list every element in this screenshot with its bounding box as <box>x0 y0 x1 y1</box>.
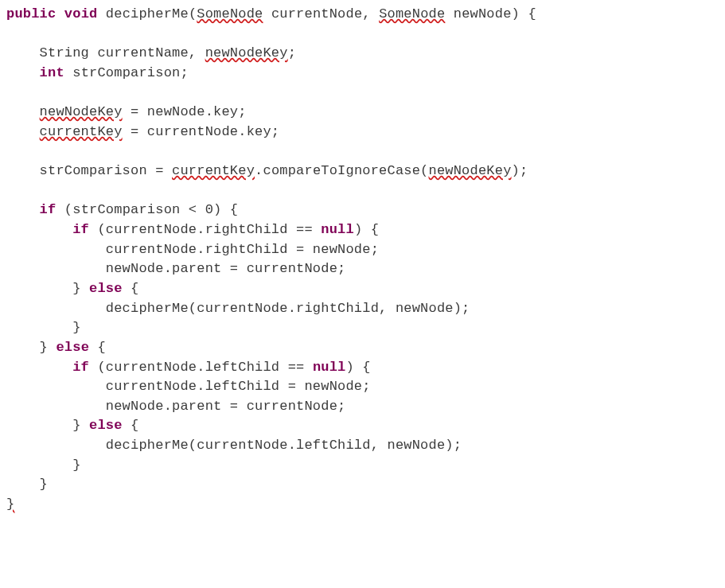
assign2-lhs: currentKey <box>40 124 123 139</box>
indent <box>6 104 40 119</box>
kw-else1: else <box>89 281 123 296</box>
param-newnode: newNode <box>454 6 512 21</box>
fn-name: decipherMe <box>106 6 189 21</box>
strcomp-arg: newNodeKey <box>429 163 512 178</box>
kw-null2: null <box>313 360 346 375</box>
id-newnodekey: newNodeKey <box>205 45 288 60</box>
sp <box>56 6 64 21</box>
stmt-rec-r: decipherMe(currentNode.rightChild, newNo… <box>6 301 470 316</box>
indent <box>6 65 40 80</box>
if3-cond: (currentNode.leftChild == <box>89 360 313 375</box>
strcomp-currentkey: currentKey <box>172 163 255 178</box>
brace-close6: } <box>6 477 48 492</box>
indent <box>6 222 72 237</box>
sp <box>445 6 453 21</box>
stmt-r2: newNode.parent = currentNode; <box>6 261 345 276</box>
brace-close2: } <box>6 320 81 335</box>
kw-if2: if <box>72 222 89 237</box>
if2-cond: (currentNode.rightChild == <box>89 222 321 237</box>
type-somenode2: SomeNode <box>379 6 445 21</box>
type-somenode: SomeNode <box>197 6 263 21</box>
comma: , <box>362 6 379 21</box>
if2-end: ) { <box>354 222 379 237</box>
stmt-rec-l: decipherMe(currentNode.leftChild, newNod… <box>6 438 462 453</box>
strcomp-rest: .compareToIgnoreCase( <box>255 163 428 178</box>
code-block: public void decipherMe(SomeNode currentN… <box>6 5 719 515</box>
kw-void: void <box>64 6 98 21</box>
assign1-rhs: = newNode.key; <box>123 104 247 119</box>
brace-close1: } <box>6 281 89 296</box>
kw-else3: else <box>89 418 123 433</box>
kw-else2: else <box>56 340 89 355</box>
indent <box>6 202 40 217</box>
strcomp-end: ); <box>512 163 528 178</box>
sp <box>263 6 271 21</box>
brace-close4: } <box>6 418 89 433</box>
kw-if3: if <box>72 360 89 375</box>
indent <box>6 360 72 375</box>
else3-open: { <box>123 418 139 433</box>
assign1-lhs: newNodeKey <box>40 104 123 119</box>
stmt-l2: newNode.parent = currentNode; <box>6 399 345 414</box>
brace-close3: } <box>6 340 56 355</box>
decl-strcomp: strComparison; <box>64 65 189 80</box>
if3-end: ) { <box>346 360 371 375</box>
strcomp-lhs: strComparison = <box>6 163 172 178</box>
stmt-r1: currentNode.rightChild = newNode; <box>6 242 379 257</box>
stmt-l1: currentNode.leftChild = newNode; <box>6 379 371 394</box>
kw-public: public <box>6 6 56 21</box>
sp <box>97 6 105 21</box>
decl-string: String currentName, <box>6 45 205 60</box>
kw-int: int <box>40 65 64 80</box>
indent <box>6 124 40 139</box>
else2-open: { <box>89 340 106 355</box>
assign2-rhs: = currentNode.key; <box>123 124 280 139</box>
brace-close5: } <box>6 458 81 473</box>
param-currentnode: currentNode <box>271 6 362 21</box>
paren: ( <box>189 6 197 21</box>
semi: ; <box>288 45 296 60</box>
else1-open: { <box>123 281 139 296</box>
kw-if1: if <box>40 202 57 217</box>
kw-null1: null <box>321 222 354 237</box>
brace: ) { <box>512 6 536 21</box>
brace-close7: } <box>6 496 14 512</box>
if1-cond: (strComparison < 0) { <box>56 202 238 217</box>
